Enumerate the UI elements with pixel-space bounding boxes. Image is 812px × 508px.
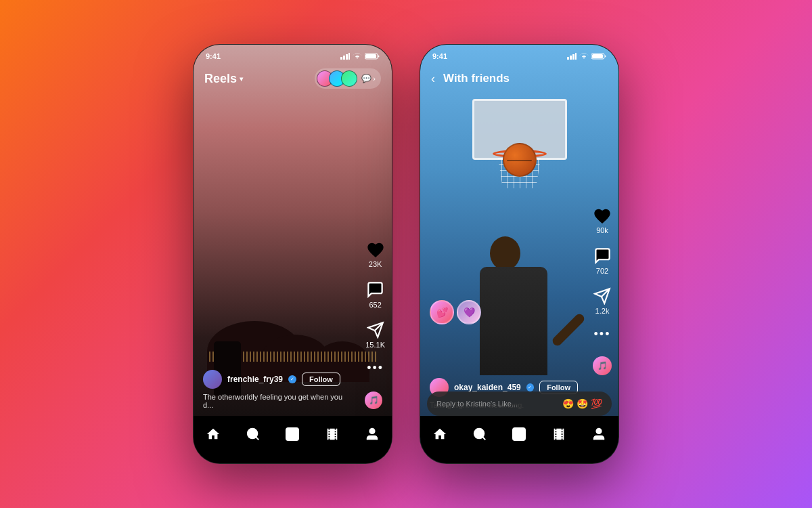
heart-icon <box>366 240 385 258</box>
svg-point-13 <box>369 429 374 433</box>
nav-reels[interactable] <box>320 422 344 446</box>
heart-icon-2 <box>593 207 612 224</box>
basketball <box>503 143 537 177</box>
emoji-2[interactable]: 🤩 <box>577 398 588 409</box>
reactions-float: 💕 💜 <box>430 300 481 324</box>
user-row-1: frenchie_fry39 ✓ Follow <box>203 370 351 389</box>
more-action-2[interactable]: ••• <box>594 327 611 341</box>
reels-label: Reels <box>204 72 237 86</box>
svg-rect-5 <box>365 54 376 58</box>
reels-chevron: ▾ <box>240 75 243 83</box>
nav-add[interactable] <box>280 422 304 446</box>
share-action[interactable]: 15.1K <box>365 321 385 349</box>
status-bar-1: 9:41 <box>194 45 392 64</box>
video-info-1: frenchie_fry39 ✓ Follow The otherworldly… <box>203 370 351 409</box>
back-arrow-button[interactable]: ‹ <box>431 72 435 86</box>
basketball-visual <box>420 85 618 375</box>
like-count-2: 90k <box>596 226 608 234</box>
comment-action-2[interactable]: 702 <box>593 247 612 275</box>
svg-rect-0 <box>340 57 342 60</box>
reaction-1: 💕 <box>430 300 454 324</box>
username-2: okay_kaiden_459 <box>454 383 521 392</box>
nav-profile[interactable] <box>360 422 384 446</box>
svg-point-8 <box>248 429 258 439</box>
battery-icon <box>365 53 380 60</box>
player-arm <box>551 312 586 347</box>
more-dots-icon: ••• <box>367 361 384 375</box>
player-head <box>490 236 520 270</box>
reply-bar[interactable]: Reply to Kristine's Like... 😍 🤩 💯 <box>427 391 612 416</box>
verified-badge-1: ✓ <box>288 375 296 383</box>
bottom-nav-1 <box>194 416 392 463</box>
status-icons-1 <box>340 53 380 60</box>
top-bar-2: ‹ With friends <box>420 64 618 93</box>
emoji-3[interactable]: 💯 <box>591 398 602 409</box>
user-avatar-1 <box>203 370 222 389</box>
like-action[interactable]: 23K <box>366 240 385 268</box>
top-bar-1: Reels ▾ 💬 › <box>194 64 392 93</box>
svg-rect-1 <box>343 56 345 60</box>
svg-rect-3 <box>348 53 350 60</box>
more-dots-icon-2: ••• <box>594 327 611 341</box>
actions-panel-2: 90k 702 1.2k ••• 🎵 <box>593 207 612 375</box>
share-count-2: 1.2k <box>595 307 610 315</box>
player-body <box>480 267 547 375</box>
avatar-stack <box>317 70 357 87</box>
wifi-icon <box>353 53 362 60</box>
svg-rect-19 <box>592 54 603 58</box>
svg-rect-2 <box>346 54 348 60</box>
svg-rect-14 <box>567 57 569 60</box>
status-bar-2: 9:41 <box>420 45 618 64</box>
share-icon <box>367 321 384 339</box>
share-icon-2 <box>593 287 611 305</box>
phone-1: 9:41 Reels ▾ 💬 › <box>193 44 392 464</box>
svg-rect-17 <box>575 53 577 60</box>
svg-rect-16 <box>572 54 574 60</box>
reels-title[interactable]: Reels ▾ <box>204 72 243 86</box>
friends-avatars-button[interactable]: 💬 › <box>315 68 381 89</box>
comment-count-2: 702 <box>596 267 608 275</box>
like-count-1: 23K <box>369 260 382 268</box>
svg-rect-15 <box>570 56 572 60</box>
emoji-1[interactable]: 😍 <box>562 398 574 409</box>
phone-2: 9:41 ‹ With friends 90k 702 <box>420 44 619 464</box>
reaction-2: 💜 <box>457 300 481 324</box>
comment-count-1: 652 <box>369 301 381 309</box>
follow-button-1[interactable]: Follow <box>302 373 340 386</box>
nav-home-2[interactable] <box>428 422 452 446</box>
nav-reels-2[interactable] <box>547 422 571 446</box>
like-action-2[interactable]: 90k <box>593 207 612 234</box>
more-action[interactable]: ••• <box>367 361 384 375</box>
time-2: 9:41 <box>432 52 447 60</box>
comment-icon <box>366 280 384 299</box>
friend-avatar-3 <box>341 70 357 87</box>
comment-icon-2 <box>593 247 612 265</box>
actions-panel-1: 23K 652 15.1K ••• <box>365 240 385 375</box>
username-1: frenchie_fry39 <box>227 375 283 384</box>
reply-emojis: 😍 🤩 💯 <box>562 398 602 409</box>
nav-home[interactable] <box>201 422 225 446</box>
nav-search[interactable] <box>241 422 265 446</box>
status-icons-2 <box>567 53 606 60</box>
share-action-2[interactable]: 1.2k <box>593 287 611 315</box>
bottom-nav-2 <box>420 416 618 463</box>
nav-profile-2[interactable] <box>587 422 611 446</box>
music-disc-1: 🎵 <box>365 391 382 409</box>
svg-line-23 <box>482 437 485 440</box>
signal-icon-2 <box>567 53 577 60</box>
chat-icon: 💬 <box>361 74 371 83</box>
nav-search-2[interactable] <box>468 422 492 446</box>
chevron-right-icon: › <box>373 75 376 83</box>
reply-placeholder: Reply to Kristine's Like... <box>436 400 557 408</box>
verified-badge-2: ✓ <box>526 383 534 391</box>
wifi-icon-2 <box>579 53 589 60</box>
comment-action[interactable]: 652 <box>366 280 384 309</box>
music-disc-2: 🎵 <box>593 356 612 375</box>
signal-icon <box>340 53 350 60</box>
share-count-1: 15.1K <box>365 341 385 349</box>
nav-add-2[interactable] <box>507 422 531 446</box>
battery-icon-2 <box>591 53 606 60</box>
svg-point-27 <box>596 429 601 433</box>
time-1: 9:41 <box>206 52 221 60</box>
svg-point-22 <box>474 429 484 439</box>
